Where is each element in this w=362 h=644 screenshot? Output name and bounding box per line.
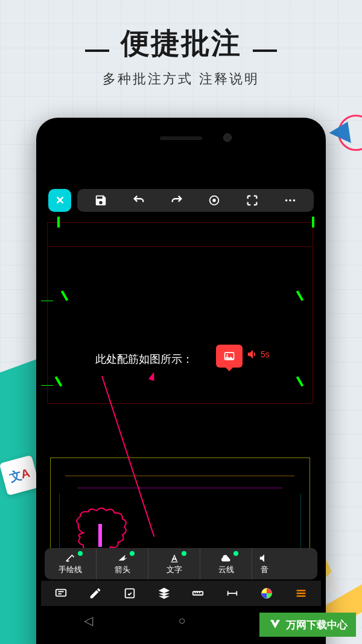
cad-line [50, 457, 310, 458]
active-dot-icon [233, 551, 238, 556]
audio-duration: 5s [261, 349, 270, 359]
zoom-target-icon[interactable] [208, 194, 221, 207]
tool-label: 箭头 [115, 564, 130, 575]
annotation-toolbar: 手绘线 箭头 文字 云线 [45, 548, 317, 579]
cad-line [47, 246, 313, 247]
svg-point-2 [285, 199, 287, 202]
tool-text[interactable]: 文字 [148, 548, 200, 579]
header-line-left [85, 49, 109, 52]
cad-line [300, 494, 301, 550]
phone-frame: 此处配筋如图所示： 5s [36, 118, 326, 644]
tool-label: 音 [261, 564, 268, 575]
comment-icon[interactable] [54, 587, 68, 600]
active-dot-icon [78, 551, 83, 556]
active-dot-icon [182, 551, 186, 556]
tool-audio[interactable]: 音 [252, 548, 276, 579]
svg-point-6 [226, 354, 228, 356]
tool-freehand[interactable]: 手绘线 [45, 548, 97, 579]
page-title: 便捷批注 [121, 24, 241, 63]
watermark-badge: 万网下载中心 [259, 613, 356, 637]
text-cursor [98, 524, 102, 547]
cad-line [65, 476, 294, 476]
annotation-text-label[interactable]: 此处配筋如图所示： [95, 352, 193, 366]
green-marker [312, 217, 314, 228]
audio-annotation-badge[interactable]: 5s [246, 348, 270, 361]
active-dot-icon [130, 551, 135, 556]
cad-canvas[interactable]: 此处配筋如图所示： 5s [41, 216, 321, 550]
header-line-right [253, 49, 277, 52]
edit-box-icon[interactable] [123, 587, 136, 600]
cad-line [313, 222, 313, 403]
cad-line [59, 494, 60, 550]
nav-home-icon[interactable]: ○ [178, 614, 185, 628]
layers-icon[interactable] [157, 587, 171, 600]
cad-line [310, 457, 310, 550]
top-toolbar [77, 189, 314, 212]
watermark-text: 万网下载中心 [286, 618, 348, 632]
tool-cloud[interactable]: 云线 [200, 548, 252, 579]
pencil-icon[interactable] [89, 587, 102, 600]
nav-back-icon[interactable]: ◁ [84, 613, 93, 628]
cad-line [41, 301, 53, 301]
fullscreen-icon[interactable] [246, 194, 259, 207]
annotation-arrow-head [148, 371, 157, 381]
tool-label: 文字 [167, 564, 182, 575]
more-icon[interactable] [284, 194, 297, 207]
svg-point-1 [213, 199, 215, 202]
svg-rect-11 [125, 589, 135, 598]
cad-line [41, 385, 53, 386]
list-icon[interactable] [294, 587, 308, 600]
cad-line [50, 457, 51, 550]
phone-camera [223, 133, 232, 142]
green-marker [55, 376, 62, 387]
cad-line [47, 403, 313, 404]
promo-header: 便捷批注 多种批注方式 注释说明 [0, 0, 362, 88]
tool-arrow[interactable]: 箭头 [97, 548, 148, 579]
svg-rect-8 [56, 590, 66, 596]
green-marker [296, 376, 303, 387]
tool-label: 云线 [218, 564, 234, 575]
image-annotation-badge[interactable] [216, 345, 243, 368]
redo-icon[interactable] [170, 194, 183, 207]
cad-line [77, 488, 282, 488]
measure-icon[interactable] [191, 587, 205, 600]
undo-icon[interactable] [132, 194, 145, 207]
tool-label: 手绘线 [59, 564, 82, 575]
phone-inner: 此处配筋如图所示： 5s [41, 123, 321, 644]
phone-speaker [160, 136, 202, 140]
green-marker [57, 217, 60, 228]
close-button[interactable] [48, 189, 71, 212]
bottom-toolbar [41, 581, 321, 606]
green-marker [61, 290, 68, 301]
svg-point-4 [293, 199, 295, 202]
color-wheel-icon[interactable] [260, 587, 273, 600]
svg-point-3 [289, 199, 291, 202]
green-marker [296, 290, 303, 301]
dimension-icon[interactable] [226, 587, 239, 600]
app-screen: 此处配筋如图所示： 5s [41, 156, 321, 635]
cad-line [47, 222, 313, 223]
cad-line [47, 222, 48, 403]
page-subtitle: 多种批注方式 注释说明 [0, 70, 362, 88]
save-icon[interactable] [94, 194, 107, 207]
